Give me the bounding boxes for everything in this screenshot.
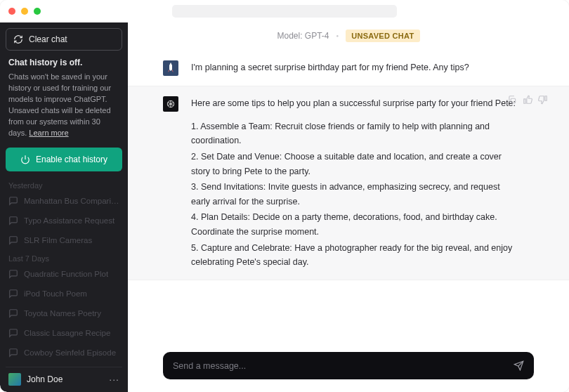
message-input[interactable] xyxy=(173,361,506,371)
chat-scroll-area[interactable]: I'm planning a secret surprise birthday … xyxy=(128,51,569,344)
sidebar-item-label: SLR Film Cameras xyxy=(24,236,92,244)
enable-history-button[interactable]: Enable chat history xyxy=(6,148,122,171)
app-window: Clear chat Chat history is off. Chats wo… xyxy=(0,0,569,392)
user-message-avatar xyxy=(163,60,178,76)
assistant-message: Here are some tips to help you plan a su… xyxy=(128,86,569,280)
copy-icon[interactable] xyxy=(507,95,517,105)
user-message: I'm planning a secret surprise birthday … xyxy=(128,51,569,86)
clear-chat-button[interactable]: Clear chat xyxy=(6,28,122,51)
assistant-list-item: 2. Set Date and Venue: Choose a suitable… xyxy=(191,150,520,178)
address-bar[interactable] xyxy=(172,5,397,18)
chat-icon xyxy=(8,308,18,318)
chat-icon xyxy=(8,269,18,279)
chat-icon xyxy=(8,235,18,245)
sidebar: Clear chat Chat history is off. Chats wo… xyxy=(0,22,128,392)
sidebar-item-label: Cowboy Seinfeld Episode xyxy=(24,348,116,357)
minimize-window-button[interactable] xyxy=(21,8,28,15)
sidebar-item-label: Manhattan Bus Comparisons xyxy=(24,197,119,205)
assistant-list-item: 1. Assemble a Team: Recruit close friend… xyxy=(191,119,520,148)
chat-icon xyxy=(8,196,18,206)
separator-dot: ● xyxy=(336,34,339,38)
history-off-description: Chats won't be saved in your history or … xyxy=(8,72,119,139)
user-account-row[interactable]: John Doe ··· xyxy=(6,367,122,388)
sidebar-item[interactable]: SLR Film Cameras xyxy=(6,230,122,250)
input-area xyxy=(128,344,569,392)
history-off-title: Chat history is off. xyxy=(8,58,119,67)
content-area: Clear chat Chat history is off. Chats wo… xyxy=(0,22,569,392)
model-label: Model: GPT-4 xyxy=(277,31,329,41)
assistant-list-item: 4. Plan Details: Decide on a party theme… xyxy=(191,210,520,239)
message-actions xyxy=(507,95,548,105)
svg-rect-2 xyxy=(511,98,515,103)
learn-more-link[interactable]: Learn more xyxy=(29,129,68,137)
sidebar-item-label: Toyota Names Poetry xyxy=(24,309,101,318)
chat-icon xyxy=(8,216,18,226)
message-input-box[interactable] xyxy=(163,352,534,379)
sidebar-item[interactable]: iPod Touch Poem xyxy=(6,284,122,303)
window-controls xyxy=(8,8,41,15)
unsaved-badge: UNSAVED CHAT xyxy=(346,30,419,42)
model-header: Model: GPT-4 ● UNSAVED CHAT xyxy=(128,22,569,51)
user-avatar xyxy=(8,373,21,386)
thumbs-up-icon[interactable] xyxy=(523,95,532,105)
user-message-text: I'm planning a secret surprise birthday … xyxy=(191,60,520,76)
user-menu-button[interactable]: ··· xyxy=(109,374,119,385)
send-icon xyxy=(514,360,524,371)
sidebar-item[interactable]: Manhattan Bus Comparisons xyxy=(6,191,122,211)
assistant-intro: Here are some tips to help you plan a su… xyxy=(191,96,520,111)
openai-icon xyxy=(166,99,176,109)
power-icon xyxy=(20,155,30,164)
assistant-message-avatar xyxy=(163,96,178,112)
maximize-window-button[interactable] xyxy=(34,8,41,15)
user-name: John Doe xyxy=(27,374,103,384)
sidebar-item-label: Typo Assistance Request xyxy=(24,216,115,225)
refresh-icon xyxy=(13,34,23,44)
assistant-message-body: Here are some tips to help you plan a su… xyxy=(191,96,520,270)
main-area: Model: GPT-4 ● UNSAVED CHAT I'm planning… xyxy=(128,22,569,392)
chat-icon xyxy=(8,328,18,338)
assistant-list-item: 3. Send Invitations: Invite guests in ad… xyxy=(191,180,520,209)
enable-history-label: Enable chat history xyxy=(36,155,107,164)
clear-chat-label: Clear chat xyxy=(29,34,67,44)
sidebar-item[interactable]: Toyota Names Poetry xyxy=(6,303,122,323)
sidebar-item[interactable]: Typo Assistance Request xyxy=(6,211,122,230)
section-label-last7days: Last 7 Days xyxy=(6,250,122,264)
thumbs-down-icon[interactable] xyxy=(538,95,548,105)
sidebar-item-label: Quadratic Function Plot xyxy=(24,270,108,278)
sidebar-item[interactable]: Quadratic Function Plot xyxy=(6,264,122,284)
sidebar-item-label: iPod Touch Poem xyxy=(24,289,87,298)
chat-icon xyxy=(8,289,18,299)
rocket-icon xyxy=(166,63,175,74)
assistant-list-item: 5. Capture and Celebrate: Have a photogr… xyxy=(191,241,520,270)
chat-icon xyxy=(8,348,18,358)
history-off-notice: Chat history is off. Chats won't be save… xyxy=(6,51,122,143)
send-button[interactable] xyxy=(514,360,524,371)
sidebar-item[interactable]: Cowboy Seinfeld Episode xyxy=(6,343,122,362)
titlebar xyxy=(0,0,569,22)
section-label-yesterday: Yesterday xyxy=(6,177,122,191)
sidebar-item-label: Classic Lasagne Recipe xyxy=(24,329,110,337)
close-window-button[interactable] xyxy=(8,8,15,15)
sidebar-item[interactable]: Classic Lasagne Recipe xyxy=(6,323,122,343)
